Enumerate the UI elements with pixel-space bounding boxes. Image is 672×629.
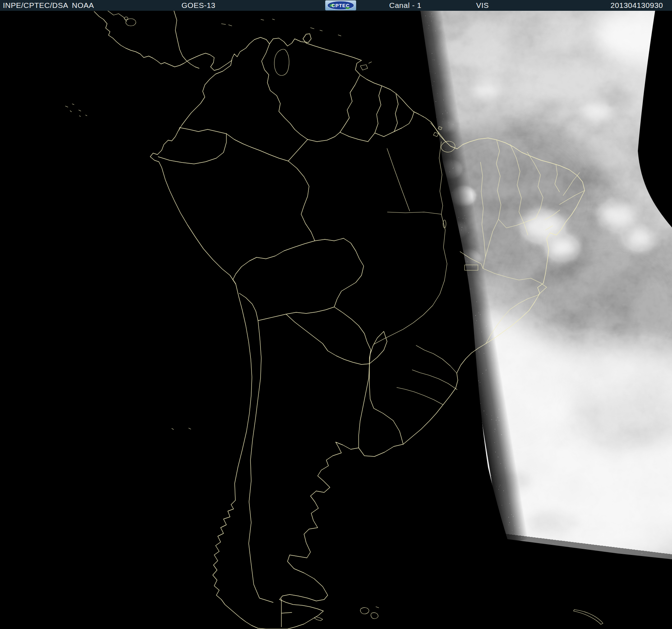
header-bar: INPE/CPTEC/DSA NOAA GOES-13 CPTEC Canal … — [0, 0, 672, 11]
timestamp-label: 201304130930 — [611, 0, 663, 11]
satellite-map — [0, 0, 672, 629]
organization-label: NOAA — [72, 0, 94, 11]
channel-label: Canal - 1 — [389, 0, 422, 11]
satellite-image-viewport: INPE/CPTEC/DSA NOAA GOES-13 CPTEC Canal … — [0, 0, 672, 629]
satellite-label: GOES-13 — [181, 0, 216, 11]
agency-label: INPE/CPTEC/DSA — [3, 0, 68, 11]
logo-text: CPTEC — [332, 3, 350, 8]
band-label: VIS — [476, 0, 489, 11]
cptec-logo: CPTEC — [325, 0, 356, 10]
